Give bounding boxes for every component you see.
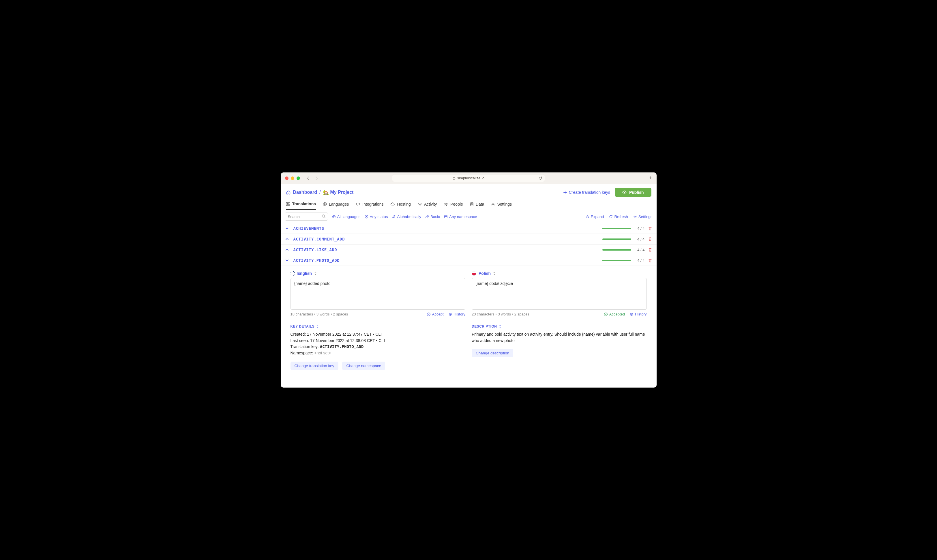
- lang-name: Polish: [479, 271, 491, 276]
- trash-icon[interactable]: [648, 248, 652, 252]
- tab-settings[interactable]: Settings: [491, 200, 512, 210]
- lang-name: English: [297, 271, 312, 276]
- tab-integrations[interactable]: Integrations: [356, 200, 384, 210]
- flag-uk-icon: [291, 271, 295, 276]
- lang-header[interactable]: Polish: [472, 271, 647, 276]
- close-window-icon[interactable]: [285, 177, 288, 180]
- progress-bar: [603, 260, 631, 261]
- tab-hosting[interactable]: Hosting: [390, 200, 410, 210]
- flag-pl-icon: [472, 271, 476, 276]
- trash-icon[interactable]: [648, 226, 652, 231]
- key-row[interactable]: ACTIVITY.COMMENT_ADD 4 / 4: [281, 234, 657, 245]
- tab-label: Data: [476, 202, 484, 206]
- svg-point-6: [492, 203, 493, 205]
- key-row[interactable]: ACTIVITY.PHOTO_ADD 4 / 4: [281, 255, 657, 266]
- breadcrumb-project[interactable]: 🏡 My Project: [323, 190, 354, 195]
- tab-languages[interactable]: Languages: [323, 200, 349, 210]
- progress-count: 4 / 4: [635, 248, 645, 252]
- new-tab-button[interactable]: +: [649, 175, 652, 181]
- chevron-up-icon[interactable]: [285, 227, 290, 230]
- key-details-body: Created: 17 November 2022 at 12:37:47 CE…: [291, 331, 465, 357]
- history-icon: [629, 312, 633, 316]
- breadcrumb-dashboard[interactable]: Dashboard: [293, 190, 317, 195]
- trash-icon[interactable]: [648, 258, 652, 262]
- ns-value: <not set>: [314, 351, 331, 355]
- publish-button[interactable]: Publish: [615, 188, 651, 197]
- traffic-lights: [285, 177, 300, 180]
- chevron-down-icon[interactable]: [285, 259, 290, 262]
- filter-any-status[interactable]: Any status: [365, 215, 388, 219]
- accepted-badge: Accepted: [604, 312, 625, 316]
- tabs: Translations Languages Integrations Host…: [281, 200, 657, 210]
- change-namespace-button[interactable]: Change namespace: [342, 362, 385, 370]
- key-details-col: KEY DETAILS Created: 17 November 2022 at…: [291, 325, 465, 370]
- refresh-button[interactable]: Refresh: [609, 215, 628, 219]
- filter-settings-button[interactable]: Settings: [633, 215, 653, 219]
- expand-button[interactable]: Expand: [586, 215, 604, 219]
- filter-all-languages[interactable]: All languages: [332, 215, 361, 219]
- translation-input-english[interactable]: [291, 278, 465, 310]
- key-row[interactable]: ACHIEVEMENTS 4 / 4: [281, 223, 657, 234]
- filter-label: Any status: [370, 215, 388, 219]
- url-text: simplelocalize.io: [457, 176, 485, 180]
- filter-label: Basic: [430, 215, 440, 219]
- history-button[interactable]: History: [629, 312, 646, 316]
- expand-label: Expand: [591, 215, 604, 219]
- translation-input-polish[interactable]: [472, 278, 647, 310]
- change-translation-key-button[interactable]: Change translation key: [291, 362, 338, 370]
- page-header: Dashboard / 🏡 My Project Create translat…: [281, 184, 657, 200]
- lang-col-english: English 18 characters • 3 words • 2 spac…: [291, 271, 465, 316]
- translation-meta: 18 characters • 3 words • 2 spaces Accep…: [291, 312, 465, 316]
- cloud-icon: [390, 202, 395, 206]
- filter-any-namespace[interactable]: Any namespace: [444, 215, 477, 219]
- tab-people[interactable]: People: [444, 200, 463, 210]
- progress-count: 4 / 4: [635, 258, 645, 263]
- filter-bar: All languages Any status Alphabetically …: [281, 210, 657, 223]
- accept-button[interactable]: Accept: [427, 312, 444, 316]
- svg-point-3: [445, 203, 446, 204]
- lastseen-value: 17 November 2022 at 12:38:08 CET • CLI: [310, 338, 385, 343]
- back-button[interactable]: [307, 176, 310, 180]
- updown-icon: [493, 272, 496, 275]
- filter-label: All languages: [337, 215, 361, 219]
- settings-label: Settings: [638, 215, 653, 219]
- forward-button[interactable]: [315, 176, 319, 180]
- chevron-up-icon[interactable]: [285, 248, 290, 251]
- history-label: History: [454, 312, 465, 316]
- tab-data[interactable]: Data: [470, 200, 484, 210]
- progress-bar: [603, 228, 631, 229]
- filter-alphabetically[interactable]: Alphabetically: [392, 215, 421, 219]
- chevron-up-icon[interactable]: [285, 238, 290, 240]
- tab-translations[interactable]: Translations: [286, 200, 316, 210]
- minimize-window-icon[interactable]: [291, 177, 294, 180]
- reload-icon[interactable]: [538, 176, 542, 180]
- trash-icon[interactable]: [648, 237, 652, 241]
- link-icon: [425, 215, 429, 218]
- search-input[interactable]: [285, 212, 328, 221]
- updown-icon: [499, 325, 501, 328]
- key-row[interactable]: ACTIVITY.LIKE_ADD 4 / 4: [281, 245, 657, 255]
- tk-value: ACTIVITY.PHOTO_ADD: [320, 344, 364, 349]
- history-button[interactable]: History: [448, 312, 465, 316]
- key-details-heading[interactable]: KEY DETAILS: [291, 325, 465, 328]
- create-keys-label: Create translation keys: [569, 190, 610, 195]
- svg-rect-1: [286, 202, 290, 205]
- create-translation-keys-button[interactable]: Create translation keys: [563, 190, 610, 195]
- lang-col-polish: Polish 20 characters • 3 words • 2 space…: [472, 271, 647, 316]
- filter-label: Any namespace: [449, 215, 477, 219]
- change-description-button[interactable]: Change description: [472, 349, 513, 357]
- publish-label: Publish: [629, 190, 644, 195]
- updown-icon: [316, 325, 319, 328]
- maximize-window-icon[interactable]: [297, 177, 300, 180]
- filter-basic[interactable]: Basic: [425, 215, 440, 219]
- description-heading[interactable]: DESCRIPTION: [472, 325, 647, 328]
- history-icon: [448, 312, 452, 316]
- tab-label: Settings: [497, 202, 512, 206]
- tab-activity[interactable]: Activity: [418, 200, 437, 210]
- translate-icon: [286, 202, 290, 206]
- url-bar[interactable]: simplelocalize.io: [392, 174, 545, 182]
- accept-label: Accept: [432, 312, 444, 316]
- page-content: Dashboard / 🏡 My Project Create translat…: [281, 184, 657, 388]
- key-name: ACTIVITY.COMMENT_ADD: [293, 237, 345, 242]
- lang-header[interactable]: English: [291, 271, 465, 276]
